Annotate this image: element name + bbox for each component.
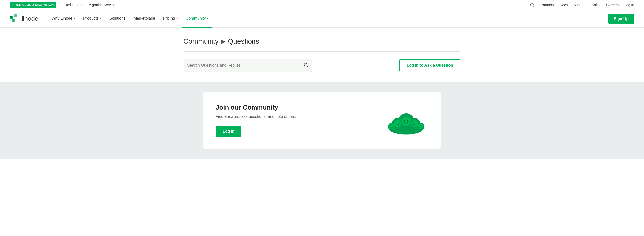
chevron-down-icon: ▾ [74,17,75,20]
chevron-down-icon: ▾ [176,17,178,20]
chevron-down-icon: ▾ [100,17,102,20]
top-bar-links: Partners Docs Support Sales Careers Log … [530,2,634,7]
chevron-down-icon: ▾ [207,17,208,20]
search-icon[interactable] [304,62,308,69]
svg-line-1 [533,6,534,7]
svg-point-27 [419,126,420,126]
logo-icon [10,14,20,24]
nav-why-linode[interactable]: Why Linode ▾ [48,10,79,28]
svg-point-17 [394,120,401,128]
svg-point-22 [416,122,417,123]
login-link-top[interactable]: Log In [624,3,634,7]
svg-rect-3 [14,14,17,17]
signup-button[interactable]: Sign Up [608,13,634,24]
community-card-text: Join our Community Find answers, ask que… [216,104,369,137]
top-announcement-bar: FREE CLOUD MIGRATION Limited Time Free M… [0,0,644,10]
search-row: Log in to Ask a Question [184,59,460,72]
nav-solutions[interactable]: Solutions [106,10,129,28]
partners-link[interactable]: Partners [540,3,554,7]
logo[interactable]: linode [10,14,38,24]
nav-marketplace[interactable]: Marketplace [130,10,158,28]
community-login-button[interactable]: Log In [216,126,242,137]
support-link[interactable]: Support [574,3,586,7]
search-container [184,59,312,72]
breadcrumb: Community ▶ Questions [184,37,460,45]
breadcrumb-community-link[interactable]: Community [184,37,218,45]
svg-point-6 [304,63,307,66]
community-card-title: Join our Community [216,104,369,111]
divider [184,51,460,52]
svg-point-28 [421,126,422,126]
svg-point-25 [392,126,393,126]
svg-point-23 [389,124,394,129]
breadcrumb-current: Questions [228,37,259,45]
svg-line-7 [307,66,308,67]
main-navigation: linode Why Linode ▾ Products ▾ Solutions… [0,10,644,28]
svg-point-26 [418,124,423,129]
community-card: Join our Community Find answers, ask que… [203,92,441,149]
svg-point-15 [404,120,405,121]
svg-point-21 [413,122,414,123]
community-people-icon [384,103,428,137]
search-icon-top[interactable] [530,2,535,7]
svg-rect-4 [12,19,15,22]
docs-link[interactable]: Docs [560,3,568,7]
svg-point-14 [402,117,411,126]
nav-community[interactable]: Community ▾ [182,10,212,28]
grey-section: Join our Community Find answers, ask que… [0,82,644,159]
nav-pricing[interactable]: Pricing ▾ [160,10,181,28]
page-content: Community ▶ Questions Log in to Ask a Qu… [174,28,470,72]
breadcrumb-separator: ▶ [221,38,226,45]
grey-content: Join our Community Find answers, ask que… [174,92,470,149]
nav-links: Why Linode ▾ Products ▾ Solutions Market… [48,10,608,28]
svg-point-24 [390,126,391,126]
nav-products[interactable]: Products ▾ [80,10,105,28]
community-illustration [384,103,428,138]
announcement-text: Limited Time Free Migration Service [60,3,115,7]
breadcrumb-section: Community ▶ Questions [184,28,460,51]
community-card-desc: Find answers, ask questions, and help ot… [216,114,369,119]
svg-point-20 [411,120,418,128]
ask-question-button[interactable]: Log in to Ask a Question [399,59,460,71]
logo-text: linode [22,15,38,22]
sales-link[interactable]: Sales [592,3,600,7]
search-input[interactable] [187,63,304,68]
svg-point-18 [396,122,397,123]
careers-link[interactable]: Careers [606,3,618,7]
svg-point-16 [407,120,408,121]
svg-point-0 [531,3,534,6]
svg-point-19 [398,122,400,123]
free-badge: FREE CLOUD MIGRATION [10,2,56,8]
svg-rect-5 [10,16,12,17]
